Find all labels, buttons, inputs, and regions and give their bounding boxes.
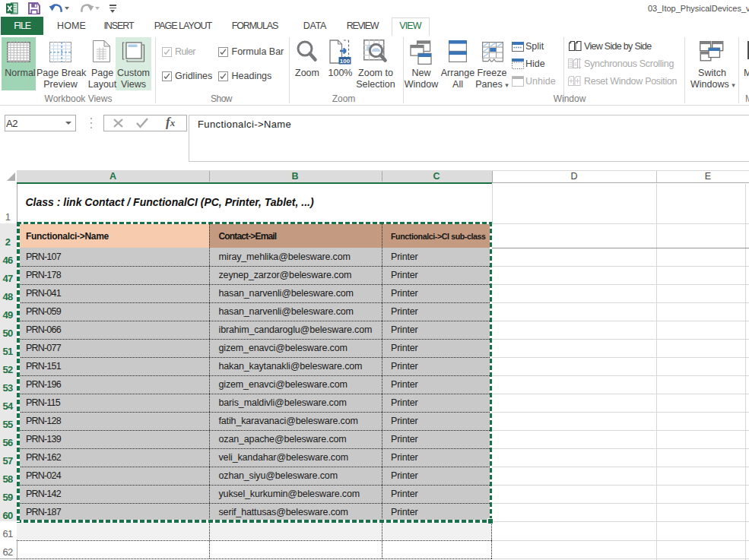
svg-text:100: 100 <box>340 58 351 65</box>
